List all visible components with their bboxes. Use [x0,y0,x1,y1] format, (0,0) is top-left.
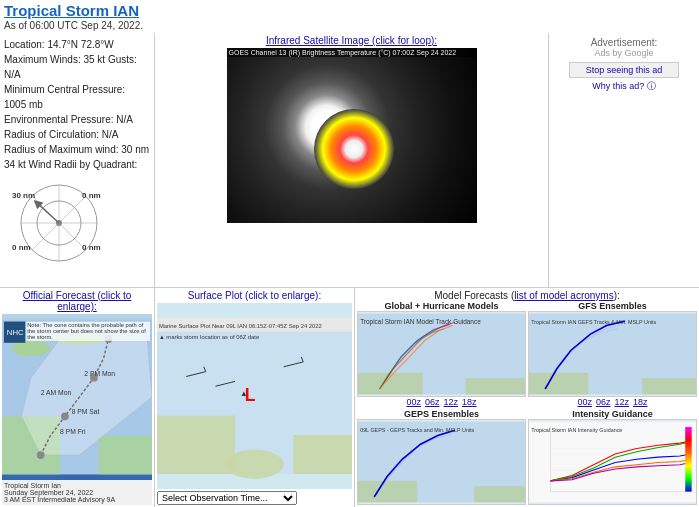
gfs-link-18z[interactable]: 18z [633,397,648,407]
svg-text:Marine Surface Plot Near 09L I: Marine Surface Plot Near 09L IAN 06:15Z-… [159,323,322,329]
env-pressure-value: N/A [116,114,133,125]
wind-radii-label: 34 kt Wind Radii by Quadrant: [4,159,137,170]
global-model-links: 00z 06z 12z 18z [357,397,526,407]
forecast-bottom-info: Tropical Storm Ian Sunday September 24, … [2,480,152,505]
forecast-title[interactable]: Official Forecast (click to enlarge): [2,290,152,312]
svg-line-11 [37,203,59,223]
env-pressure-label: Environmental Pressure: [4,114,114,125]
gusts-value: N/A [4,69,21,80]
radius-circ-label: Radius of Circulation: [4,129,99,140]
bottom-row: Official Forecast (click to enlarge): [0,287,699,507]
storm-title[interactable]: Tropical Storm IAN [4,2,695,19]
gusts-label: Gusts: [108,54,137,65]
page-header: Tropical Storm IAN As of 06:00 UTC Sep 2… [0,0,699,33]
svg-text:30 nm: 30 nm [12,191,35,200]
forecast-date: Sunday September 24, 2022 [4,489,150,496]
gfs-model-links: 00z 06z 12z 18z [528,397,697,407]
forecast-map[interactable]: NHC Note: The cone contains the probable… [2,314,152,480]
ad-label: Advertisement: [553,37,695,48]
svg-text:▲ marks storm location as of 0: ▲ marks storm location as of 06Z date [159,334,259,340]
forecast-storm-name: Tropical Storm Ian [4,482,150,489]
intensity-title: Intensity Guidance [528,409,697,419]
svg-text:2 PM Mon: 2 PM Mon [84,370,115,377]
svg-rect-45 [466,378,525,394]
gfs-ensembles-title: GFS Ensembles [528,301,697,311]
gfs-link-06z[interactable]: 06z [596,397,611,407]
svg-point-32 [225,450,284,479]
env-pressure-row: Environmental Pressure: N/A [4,112,150,127]
svg-rect-52 [358,481,417,503]
geps-model-image[interactable]: 09L GEPS - GEPS Tracks and Min. MSLP Uni… [357,419,526,505]
models-title-end: ): [614,290,620,301]
stop-ad-button[interactable]: Stop seeing this ad [569,62,679,78]
geps-ensembles-title: GEPS Ensembles [357,409,526,419]
gfs-link-00z[interactable]: 00z [577,397,592,407]
timestamp: As of 06:00 UTC Sep 24, 2022. [4,20,143,31]
global-link-06z[interactable]: 06z [425,397,440,407]
svg-text:Tropical Storm IAN GEFS Tracks: Tropical Storm IAN GEFS Tracks & Min. MS… [531,319,656,325]
models-title: Model Forecasts (list of model acronyms)… [357,290,697,301]
svg-text:NHC: NHC [7,328,24,337]
global-link-18z[interactable]: 18z [462,397,477,407]
max-winds-row: Maximum Winds: 35 kt Gusts: N/A [4,52,150,82]
surface-title[interactable]: Surface Plot (click to enlarge): [157,290,352,301]
surface-map[interactable]: Marine Surface Plot Near 09L IAN 06:15Z-… [157,303,352,489]
satellite-image[interactable]: GOES Channel 13 (IR) Brightness Temperat… [227,48,477,223]
left-panel: Location: 14.7°N 72.8°W Maximum Winds: 3… [0,33,155,287]
gfs-link-12z[interactable]: 12z [615,397,630,407]
global-link-12z[interactable]: 12z [444,397,459,407]
radius-max-wind-row: Radius of Maximum wind: 30 nm [4,142,150,157]
location-row: Location: 14.7°N 72.8°W [4,37,150,52]
max-winds-value: 35 kt [83,54,105,65]
min-pressure-label: Minimum Central Pressure: [4,84,125,95]
gfs-model-image[interactable]: Tropical Storm IAN GEFS Tracks & Min. MS… [528,311,697,397]
sat-title-bar: GOES Channel 13 (IR) Brightness Temperat… [227,48,477,57]
svg-rect-17 [99,436,152,475]
right-panel: Advertisement: Ads by Google Stop seeing… [549,33,699,287]
radius-circ-row: Radius of Circulation: N/A [4,127,150,142]
surface-dropdown-container[interactable]: Select Observation Time... [157,491,352,505]
radius-circ-value: N/A [102,129,119,140]
wind-radii-label-row: 34 kt Wind Radii by Quadrant: [4,157,150,172]
global-hurricane-title: Global + Hurricane Models [357,301,526,311]
svg-text:8 PM Fri: 8 PM Fri [60,428,86,435]
why-ad-link[interactable]: Why this ad? ⓘ [553,80,695,93]
model-cell-global: Global + Hurricane Models Tropical Storm… [357,301,526,407]
global-link-00z[interactable]: 00z [406,397,421,407]
acronyms-link[interactable]: list of model acronyms [514,290,613,301]
location-value: 14.7°N 72.8°W [47,39,113,50]
satellite-title[interactable]: Infrared Satellite Image (click for loop… [266,35,437,46]
storm-info: Location: 14.7°N 72.8°W Maximum Winds: 3… [4,37,150,172]
forecast-panel: Official Forecast (click to enlarge): [0,288,155,507]
surface-time-select[interactable]: Select Observation Time... [157,491,297,505]
models-panel: Model Forecasts (list of model acronyms)… [355,288,699,507]
models-grid: Global + Hurricane Models Tropical Storm… [357,301,697,505]
ads-by-google: Ads by Google [553,48,695,58]
center-panel: Infrared Satellite Image (click for loop… [155,33,549,287]
min-pressure-value: 1005 mb [4,99,43,110]
svg-rect-30 [157,416,235,475]
svg-text:0 nm: 0 nm [82,191,101,200]
svg-text:8 PM Sat: 8 PM Sat [72,408,100,415]
location-label: Location: [4,39,45,50]
intensity-model-image[interactable]: Tropical Storm IAN Intensity Guidance [528,419,697,505]
svg-text:0 nm: 0 nm [12,243,31,252]
model-cell-intensity: Intensity Guidance [528,409,697,505]
svg-point-19 [37,451,45,459]
global-model-image[interactable]: Tropical Storm IAN Model Track Guidance [357,311,526,397]
pressure-row: Minimum Central Pressure: 1005 mb [4,82,150,112]
radius-max-wind-label: Radius of Maximum wind: [4,144,118,155]
svg-rect-53 [474,486,525,502]
model-cell-geps: GEPS Ensembles 09L GEPS - GEPS Tracks an… [357,409,526,505]
wind-rose: 30 nm 0 nm 0 nm 0 nm [4,178,114,268]
svg-text:09L GEPS - GEPS Tracks and Min: 09L GEPS - GEPS Tracks and Min. MSLP Uni… [360,427,474,433]
sat-background: GOES Channel 13 (IR) Brightness Temperat… [227,48,477,223]
max-winds-label: Maximum Winds: [4,54,81,65]
svg-rect-48 [529,373,588,395]
svg-rect-60 [685,427,691,492]
svg-text:2 AM Mon: 2 AM Mon [41,389,72,396]
svg-text:Tropical Storm IAN Model Track: Tropical Storm IAN Model Track Guidance [360,318,481,326]
model-cell-gfs: GFS Ensembles Tropical Stor [528,301,697,407]
main-content: Location: 14.7°N 72.8°W Maximum Winds: 3… [0,33,699,287]
svg-text:Tropical Storm IAN Intensity G: Tropical Storm IAN Intensity Guidance [531,427,622,433]
